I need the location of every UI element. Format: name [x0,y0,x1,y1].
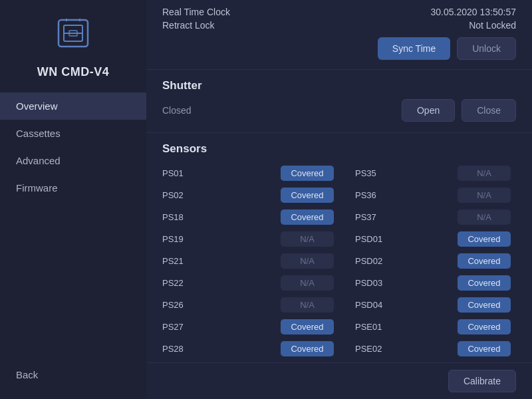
sensor-row: PS36N/A [339,184,516,206]
sidebar-item-firmware[interactable]: Firmware [0,174,146,201]
sensor-badge: Covered [281,341,334,356]
sensor-name: PS01 [162,168,196,178]
retract-lock-label: Retract Lock [162,20,215,31]
sensor-row: PSD01Covered [339,228,516,250]
sensor-name: PS35 [355,168,388,178]
sensor-badge: Covered [458,253,511,269]
sensor-row: PSD04Covered [339,294,516,316]
sensor-name: PS21 [162,256,196,266]
retract-lock-value: Not Locked [469,20,516,31]
sidebar: WN CMD-V4 Overview Cassettes Advanced Fi… [0,0,146,399]
sensor-badge: Covered [281,188,334,203]
sensor-name: PSE01 [355,322,388,332]
shutter-status: Closed [162,105,192,116]
sensor-row: PS37N/A [339,206,516,228]
main-content: Real Time Clock 30.05.2020 13:50:57 Retr… [146,0,532,399]
shutter-section: Shutter Closed Open Close [146,70,532,133]
sensor-name: PS27 [162,322,196,332]
sync-time-button[interactable]: Sync Time [378,37,450,60]
sensor-name: PS36 [355,190,388,200]
back-button[interactable]: Back [0,362,146,387]
sensor-name: PS18 [162,212,196,222]
sensor-name: PS28 [162,344,196,354]
sensor-name: PSD04 [355,300,388,310]
calibrate-button[interactable]: Calibrate [448,370,516,392]
sidebar-nav: Overview Cassettes Advanced Firmware [0,92,146,201]
sidebar-item-overview[interactable]: Overview [0,92,146,120]
shutter-title: Shutter [162,79,516,92]
sensor-row: PS19N/A [162,228,339,250]
sensor-badge: N/A [281,253,334,269]
sensor-name: PSE02 [355,344,388,354]
sensor-badge: N/A [281,275,334,291]
sensor-row: PS18Covered [162,206,339,228]
sensor-row: PS27Covered [162,316,339,338]
rtc-label: Real Time Clock [162,7,230,17]
sidebar-logo [53,13,93,65]
rtc-section: Real Time Clock 30.05.2020 13:50:57 Retr… [146,0,532,70]
sensors-section: Sensors PS01CoveredPS02CoveredPS18Covere… [146,133,532,399]
sensor-badge: Covered [458,319,511,334]
sensors-title: Sensors [162,142,516,156]
sensor-row: PSE01Covered [339,316,516,338]
sensor-badge: Covered [281,319,334,334]
sensor-badge: Covered [281,209,334,225]
sensor-badge: Covered [458,275,511,291]
sensor-row: PS28Covered [162,338,339,360]
sensor-badge: N/A [458,166,511,181]
sensor-row: PS26N/A [162,294,339,316]
sensor-row: PS01Covered [162,162,339,184]
sensor-row: PSD02Covered [339,250,516,272]
rtc-value: 30.05.2020 13:50:57 [431,7,516,17]
sensor-badge: N/A [281,297,334,313]
sensor-row: PS02Covered [162,184,339,206]
sensor-badge: Covered [458,341,511,356]
sensor-name: PS19 [162,234,196,244]
sidebar-item-cassettes[interactable]: Cassettes [0,120,146,147]
sensor-row: PS22N/A [162,272,339,294]
sensor-name: PS26 [162,300,196,310]
unlock-button[interactable]: Unlock [457,37,516,60]
sensor-badge: Covered [458,297,511,313]
bottom-bar: Calibrate [146,362,532,399]
sensor-name: PSD02 [355,256,388,266]
shutter-open-button[interactable]: Open [402,99,455,122]
sensor-row: PSE02Covered [339,338,516,360]
sensor-row: PS21N/A [162,250,339,272]
sensor-row: PS35N/A [339,162,516,184]
sensor-row: PSD03Covered [339,272,516,294]
sensor-name: PS02 [162,190,196,200]
sensor-badge: N/A [458,209,511,225]
sensor-name: PSD01 [355,234,388,244]
sensor-name: PSD03 [355,278,388,288]
sensor-name: PS22 [162,278,196,288]
shutter-close-button[interactable]: Close [462,99,516,122]
sensor-badge: N/A [458,188,511,203]
sensor-name: PS37 [355,212,388,222]
sensor-badge: Covered [458,231,511,247]
sensor-badge: Covered [281,166,334,181]
sensor-badge: N/A [281,231,334,247]
sidebar-item-advanced[interactable]: Advanced [0,147,146,174]
sidebar-title: WN CMD-V4 [37,65,110,79]
